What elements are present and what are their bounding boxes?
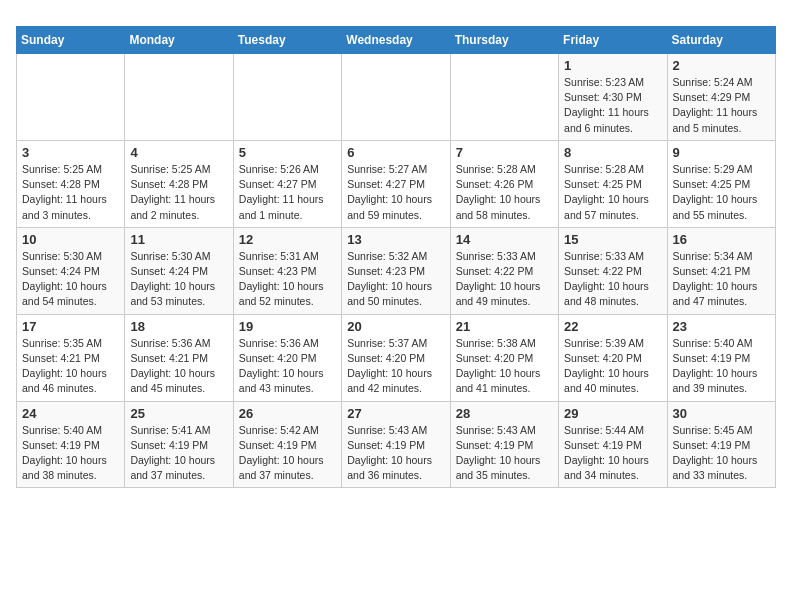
weekday-header: Monday [125, 27, 233, 54]
day-info: Sunrise: 5:28 AM Sunset: 4:26 PM Dayligh… [456, 162, 553, 223]
calendar-cell: 19Sunrise: 5:36 AM Sunset: 4:20 PM Dayli… [233, 314, 341, 401]
day-number: 16 [673, 232, 770, 247]
calendar-cell: 29Sunrise: 5:44 AM Sunset: 4:19 PM Dayli… [559, 401, 667, 488]
day-info: Sunrise: 5:37 AM Sunset: 4:20 PM Dayligh… [347, 336, 444, 397]
day-number: 27 [347, 406, 444, 421]
day-number: 6 [347, 145, 444, 160]
calendar-cell: 7Sunrise: 5:28 AM Sunset: 4:26 PM Daylig… [450, 140, 558, 227]
calendar-cell: 21Sunrise: 5:38 AM Sunset: 4:20 PM Dayli… [450, 314, 558, 401]
calendar-cell [450, 54, 558, 141]
calendar-cell: 4Sunrise: 5:25 AM Sunset: 4:28 PM Daylig… [125, 140, 233, 227]
day-number: 21 [456, 319, 553, 334]
calendar-cell: 30Sunrise: 5:45 AM Sunset: 4:19 PM Dayli… [667, 401, 775, 488]
day-number: 11 [130, 232, 227, 247]
day-number: 20 [347, 319, 444, 334]
calendar-week-row: 24Sunrise: 5:40 AM Sunset: 4:19 PM Dayli… [17, 401, 776, 488]
day-number: 2 [673, 58, 770, 73]
day-info: Sunrise: 5:25 AM Sunset: 4:28 PM Dayligh… [22, 162, 119, 223]
calendar-cell: 26Sunrise: 5:42 AM Sunset: 4:19 PM Dayli… [233, 401, 341, 488]
calendar-week-row: 17Sunrise: 5:35 AM Sunset: 4:21 PM Dayli… [17, 314, 776, 401]
day-number: 25 [130, 406, 227, 421]
day-info: Sunrise: 5:43 AM Sunset: 4:19 PM Dayligh… [456, 423, 553, 484]
day-info: Sunrise: 5:23 AM Sunset: 4:30 PM Dayligh… [564, 75, 661, 136]
calendar-cell: 6Sunrise: 5:27 AM Sunset: 4:27 PM Daylig… [342, 140, 450, 227]
calendar-cell [233, 54, 341, 141]
day-info: Sunrise: 5:26 AM Sunset: 4:27 PM Dayligh… [239, 162, 336, 223]
day-info: Sunrise: 5:35 AM Sunset: 4:21 PM Dayligh… [22, 336, 119, 397]
day-info: Sunrise: 5:40 AM Sunset: 4:19 PM Dayligh… [22, 423, 119, 484]
day-info: Sunrise: 5:38 AM Sunset: 4:20 PM Dayligh… [456, 336, 553, 397]
calendar-cell: 8Sunrise: 5:28 AM Sunset: 4:25 PM Daylig… [559, 140, 667, 227]
calendar-cell: 25Sunrise: 5:41 AM Sunset: 4:19 PM Dayli… [125, 401, 233, 488]
day-number: 10 [22, 232, 119, 247]
day-number: 3 [22, 145, 119, 160]
day-number: 7 [456, 145, 553, 160]
calendar-cell: 22Sunrise: 5:39 AM Sunset: 4:20 PM Dayli… [559, 314, 667, 401]
day-number: 22 [564, 319, 661, 334]
calendar-cell: 18Sunrise: 5:36 AM Sunset: 4:21 PM Dayli… [125, 314, 233, 401]
calendar-cell: 11Sunrise: 5:30 AM Sunset: 4:24 PM Dayli… [125, 227, 233, 314]
day-info: Sunrise: 5:32 AM Sunset: 4:23 PM Dayligh… [347, 249, 444, 310]
day-info: Sunrise: 5:36 AM Sunset: 4:20 PM Dayligh… [239, 336, 336, 397]
day-number: 26 [239, 406, 336, 421]
day-info: Sunrise: 5:33 AM Sunset: 4:22 PM Dayligh… [456, 249, 553, 310]
day-number: 8 [564, 145, 661, 160]
calendar-cell: 17Sunrise: 5:35 AM Sunset: 4:21 PM Dayli… [17, 314, 125, 401]
day-number: 17 [22, 319, 119, 334]
day-number: 18 [130, 319, 227, 334]
weekday-header: Sunday [17, 27, 125, 54]
calendar-cell: 16Sunrise: 5:34 AM Sunset: 4:21 PM Dayli… [667, 227, 775, 314]
day-info: Sunrise: 5:43 AM Sunset: 4:19 PM Dayligh… [347, 423, 444, 484]
calendar-header-row: SundayMondayTuesdayWednesdayThursdayFrid… [17, 27, 776, 54]
calendar-table: SundayMondayTuesdayWednesdayThursdayFrid… [16, 26, 776, 488]
day-number: 5 [239, 145, 336, 160]
calendar-cell [17, 54, 125, 141]
calendar-cell: 23Sunrise: 5:40 AM Sunset: 4:19 PM Dayli… [667, 314, 775, 401]
day-info: Sunrise: 5:42 AM Sunset: 4:19 PM Dayligh… [239, 423, 336, 484]
day-number: 29 [564, 406, 661, 421]
calendar-week-row: 1Sunrise: 5:23 AM Sunset: 4:30 PM Daylig… [17, 54, 776, 141]
day-number: 23 [673, 319, 770, 334]
day-info: Sunrise: 5:30 AM Sunset: 4:24 PM Dayligh… [22, 249, 119, 310]
day-info: Sunrise: 5:33 AM Sunset: 4:22 PM Dayligh… [564, 249, 661, 310]
day-info: Sunrise: 5:40 AM Sunset: 4:19 PM Dayligh… [673, 336, 770, 397]
day-info: Sunrise: 5:39 AM Sunset: 4:20 PM Dayligh… [564, 336, 661, 397]
calendar-cell: 2Sunrise: 5:24 AM Sunset: 4:29 PM Daylig… [667, 54, 775, 141]
day-info: Sunrise: 5:30 AM Sunset: 4:24 PM Dayligh… [130, 249, 227, 310]
day-info: Sunrise: 5:44 AM Sunset: 4:19 PM Dayligh… [564, 423, 661, 484]
day-number: 13 [347, 232, 444, 247]
day-info: Sunrise: 5:34 AM Sunset: 4:21 PM Dayligh… [673, 249, 770, 310]
calendar-cell [342, 54, 450, 141]
day-info: Sunrise: 5:29 AM Sunset: 4:25 PM Dayligh… [673, 162, 770, 223]
weekday-header: Friday [559, 27, 667, 54]
day-number: 15 [564, 232, 661, 247]
weekday-header: Tuesday [233, 27, 341, 54]
calendar-cell: 1Sunrise: 5:23 AM Sunset: 4:30 PM Daylig… [559, 54, 667, 141]
calendar-cell: 10Sunrise: 5:30 AM Sunset: 4:24 PM Dayli… [17, 227, 125, 314]
day-info: Sunrise: 5:27 AM Sunset: 4:27 PM Dayligh… [347, 162, 444, 223]
day-number: 30 [673, 406, 770, 421]
calendar-week-row: 10Sunrise: 5:30 AM Sunset: 4:24 PM Dayli… [17, 227, 776, 314]
day-info: Sunrise: 5:45 AM Sunset: 4:19 PM Dayligh… [673, 423, 770, 484]
day-info: Sunrise: 5:31 AM Sunset: 4:23 PM Dayligh… [239, 249, 336, 310]
weekday-header: Saturday [667, 27, 775, 54]
weekday-header: Wednesday [342, 27, 450, 54]
day-info: Sunrise: 5:28 AM Sunset: 4:25 PM Dayligh… [564, 162, 661, 223]
calendar-cell: 13Sunrise: 5:32 AM Sunset: 4:23 PM Dayli… [342, 227, 450, 314]
day-number: 24 [22, 406, 119, 421]
day-number: 14 [456, 232, 553, 247]
day-number: 1 [564, 58, 661, 73]
calendar-cell: 5Sunrise: 5:26 AM Sunset: 4:27 PM Daylig… [233, 140, 341, 227]
calendar-cell [125, 54, 233, 141]
calendar-cell: 9Sunrise: 5:29 AM Sunset: 4:25 PM Daylig… [667, 140, 775, 227]
day-number: 28 [456, 406, 553, 421]
calendar-cell: 15Sunrise: 5:33 AM Sunset: 4:22 PM Dayli… [559, 227, 667, 314]
day-number: 19 [239, 319, 336, 334]
day-number: 4 [130, 145, 227, 160]
day-number: 12 [239, 232, 336, 247]
calendar-cell: 28Sunrise: 5:43 AM Sunset: 4:19 PM Dayli… [450, 401, 558, 488]
calendar-cell: 27Sunrise: 5:43 AM Sunset: 4:19 PM Dayli… [342, 401, 450, 488]
calendar-cell: 20Sunrise: 5:37 AM Sunset: 4:20 PM Dayli… [342, 314, 450, 401]
calendar-week-row: 3Sunrise: 5:25 AM Sunset: 4:28 PM Daylig… [17, 140, 776, 227]
calendar-cell: 3Sunrise: 5:25 AM Sunset: 4:28 PM Daylig… [17, 140, 125, 227]
